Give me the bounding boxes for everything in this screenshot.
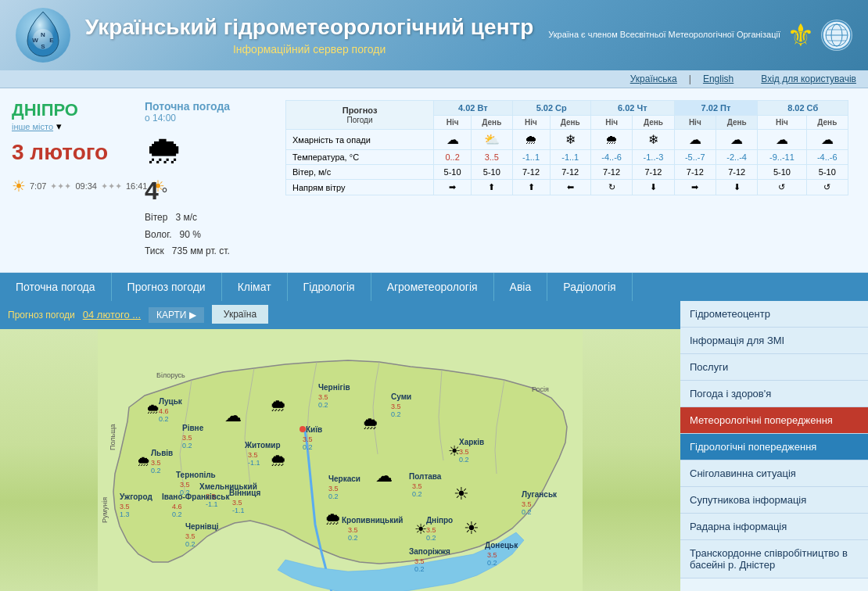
svg-text:Донецьк: Донецьк (485, 541, 518, 550)
svg-text:0.2: 0.2 (328, 492, 339, 500)
nav-avia[interactable]: Авіа (494, 273, 548, 301)
svg-text:🌧: 🌧 (270, 396, 287, 415)
header-title-block: Український гідрометеорологічний центр І… (70, 15, 548, 56)
svg-text:-1.1: -1.1 (232, 507, 245, 514)
svg-text:Львів: Львів (151, 449, 173, 457)
temp-label: Температура, °С (286, 150, 434, 165)
wind-label-row: Вітер, м/с (286, 165, 434, 180)
forecast-day-3: 6.02 Чт (590, 101, 674, 116)
city-date: 3 лютого (12, 140, 137, 165)
sidebar-health[interactable]: Погода і здоров'я (680, 381, 868, 407)
login-link[interactable]: Вхід для користувачів (761, 73, 856, 84)
sun-cloud-icon: ⛅ (484, 133, 500, 146)
nav-agro[interactable]: Агрометеорологія (371, 273, 494, 301)
forecast-title: Прогноз Погоди (286, 101, 434, 130)
cloud-row: Хмарність та опади ☁ ⛅ 🌧 ❄ 🌧 ❄ ☁ ☁ ☁ ☁ (286, 130, 848, 150)
svg-text:Тернопіль: Тернопіль (176, 471, 216, 479)
svg-text:3.5: 3.5 (248, 451, 258, 459)
city-info: ДНІПРО інше місто ▾ 3 лютого ☀ 7:07 ✦✦✦ … (12, 96, 137, 264)
svg-text:1.3: 1.3 (120, 510, 130, 518)
svg-text:Росія: Росія (532, 385, 549, 393)
sidebar-radar[interactable]: Радарна інформація (680, 514, 868, 540)
svg-text:3.5: 3.5 (318, 393, 328, 401)
svg-text:🌧: 🌧 (362, 414, 379, 433)
degree-sign: ° (161, 185, 167, 202)
svg-text:3.5: 3.5 (412, 482, 422, 490)
svg-text:Польща: Польща (109, 424, 117, 450)
wind-value: 3 м/с (175, 212, 197, 223)
temp-row: Температура, °С 0..2 3..5 -1..1 -1..1 -4… (286, 150, 848, 165)
sidebar-meteo-warnings[interactable]: Метеорологічні попередження (680, 407, 868, 434)
svg-text:3.5: 3.5 (182, 434, 192, 442)
svg-text:3.5: 3.5 (328, 485, 339, 492)
svg-text:0.2: 0.2 (391, 410, 401, 418)
map-forecast-label: Прогноз погоди (8, 310, 75, 321)
svg-text:-1.1: -1.1 (248, 459, 260, 467)
cloud-label: Хмарність та опади (286, 130, 434, 150)
svg-text:4.6: 4.6 (172, 503, 182, 510)
dir-row: Напрям вітру ➡ ⬆ ⬆ ⬅ ↻ ⬇ ➡ ⬇ ↺ ↺ (286, 180, 848, 195)
svg-point-30 (299, 426, 306, 432)
sidebar-avalanche[interactable]: Сніголавинна ситуація (680, 460, 868, 487)
lang-en-link[interactable]: English (703, 73, 733, 84)
svg-text:0.2: 0.2 (318, 401, 328, 409)
svg-text:Луганськ: Луганськ (522, 490, 558, 499)
logo-icon: N S W E (16, 8, 70, 63)
svg-text:☀: ☀ (454, 484, 469, 503)
svg-text:Білорусь: Білорусь (156, 371, 185, 379)
nav-radiology[interactable]: Радіологія (547, 273, 632, 301)
svg-text:0.2: 0.2 (303, 443, 313, 451)
svg-text:W: W (32, 37, 38, 44)
header: N S W E Український гідрометеорологічний… (0, 0, 868, 70)
svg-text:0.2: 0.2 (172, 510, 182, 518)
svg-text:☀: ☀ (414, 521, 427, 537)
svg-text:Івано-Франківськ: Івано-Франківськ (162, 492, 230, 501)
svg-text:0.2: 0.2 (348, 534, 358, 542)
svg-text:🌧: 🌧 (270, 450, 287, 470)
svg-text:☁: ☁ (224, 406, 242, 425)
maps-button[interactable]: КАРТИ ▶ (149, 307, 204, 323)
forecast-day-1: 4.02 Вт (434, 101, 512, 116)
svg-text:🌧: 🌧 (137, 453, 151, 469)
svg-text:3.5: 3.5 (303, 435, 313, 443)
svg-text:Запоріжжя: Запоріжжя (409, 547, 450, 556)
map-forecast-date[interactable]: 04 лютого ... (83, 309, 141, 321)
sun-noon: 09:34 (75, 181, 97, 191)
nav-hydrology[interactable]: Гідрологія (288, 273, 371, 301)
nav-current-weather[interactable]: Поточна погода (0, 273, 112, 301)
weather-section: ДНІПРО інше місто ▾ 3 лютого ☀ 7:07 ✦✦✦ … (0, 88, 868, 273)
sidebar-satellite[interactable]: Супутникова інформація (680, 487, 868, 514)
sidebar-transboundary[interactable]: Транскордонне співробітництво в басейні … (680, 540, 868, 578)
city-change-link[interactable]: інше місто (12, 122, 53, 131)
sidebar-hydro-warnings[interactable]: Гідрологічні попередження (680, 434, 868, 460)
svg-text:3.5: 3.5 (232, 499, 242, 507)
svg-text:Чернівці: Чернівці (185, 522, 219, 531)
city-name: ДНІПРО (12, 100, 137, 120)
current-temp: 4 ° (145, 177, 270, 206)
svg-text:3.5: 3.5 (522, 500, 532, 508)
svg-text:Луцьк: Луцьк (159, 397, 183, 406)
sidebar-media-info[interactable]: Інформація для ЗМІ (680, 328, 868, 354)
svg-text:🌧: 🌧 (325, 509, 342, 528)
svg-text:-1.1: -1.1 (206, 500, 218, 508)
current-weather-time[interactable]: о 14:00 (145, 113, 270, 124)
current-weather-title: Поточна погода (145, 100, 230, 113)
site-title: Український гідрометеорологічний центр (70, 15, 548, 40)
main-navigation: Поточна погода Прогноз погоди Клімат Гід… (0, 273, 868, 301)
sidebar-hydro-center[interactable]: Гідрометеоцентр (680, 301, 868, 328)
map-tab-ukraine[interactable]: Україна (212, 305, 268, 325)
nav-climate[interactable]: Клімат (222, 273, 288, 301)
svg-text:3.5: 3.5 (180, 481, 190, 489)
svg-text:0.2: 0.2 (487, 559, 497, 567)
svg-text:3.5: 3.5 (391, 403, 401, 410)
svg-text:N: N (41, 31, 45, 38)
svg-text:0.2: 0.2 (522, 508, 532, 516)
sidebar-services[interactable]: Послуги (680, 354, 868, 381)
svg-text:Дніпро: Дніпро (426, 516, 453, 525)
cloud-icon: ☁ (447, 133, 459, 146)
lang-uk-link[interactable]: Українська (630, 73, 677, 84)
svg-text:0.2: 0.2 (151, 467, 161, 475)
nav-forecast[interactable]: Прогноз погоди (112, 273, 222, 301)
forecast-day-5: 8.02 Сб (758, 101, 848, 116)
wmo-logo (821, 20, 852, 51)
